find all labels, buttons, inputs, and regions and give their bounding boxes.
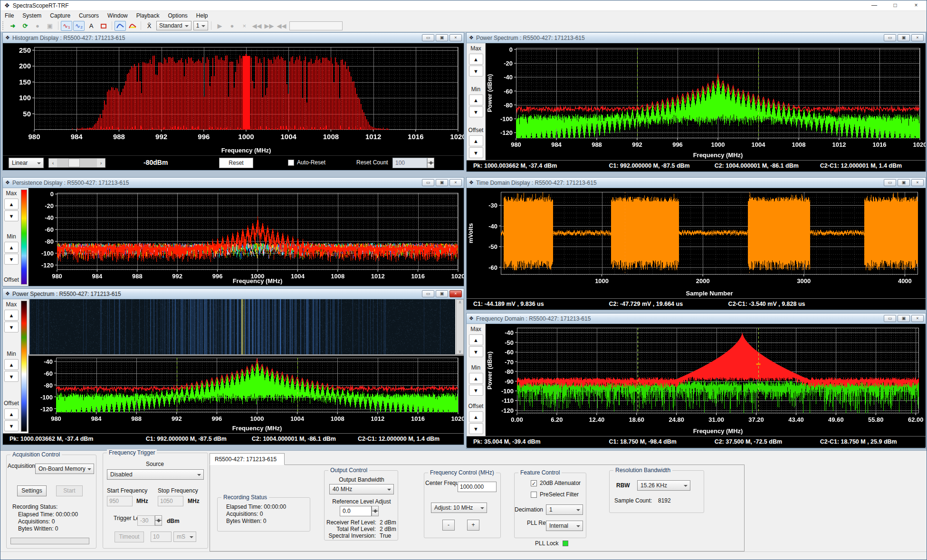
histogram-titlebar[interactable]: ❖ Histogram Display : R5500-427: 171213-… bbox=[3, 33, 464, 43]
spin-up-icon[interactable] bbox=[427, 158, 434, 163]
power-spectrum-titlebar[interactable]: ❖ Power Spectrum : R5500-427: 171213-615… bbox=[467, 33, 926, 43]
step-icon[interactable]: ◀◀ bbox=[276, 21, 287, 31]
frequency-plus-button[interactable]: + bbox=[467, 520, 479, 531]
settings-button[interactable]: Settings bbox=[17, 485, 47, 496]
stop-frequency-field[interactable] bbox=[158, 496, 183, 506]
rbw-dropdown[interactable]: 15.26 KHz bbox=[637, 480, 690, 491]
checkbox-check-icon[interactable]: ✓ bbox=[531, 480, 537, 486]
timeout-button[interactable]: Timeout bbox=[115, 532, 144, 542]
offset-up-button[interactable]: ▲ bbox=[4, 408, 19, 419]
reset-count-spinner[interactable]: 100 bbox=[392, 158, 434, 168]
cursor2-icon[interactable]: ∿₂ bbox=[73, 21, 85, 31]
child-maximize-button[interactable]: ▣ bbox=[436, 179, 448, 186]
time-domain-titlebar[interactable]: ❖ Time Domain Display : R5500-427: 17121… bbox=[467, 178, 926, 188]
start-button[interactable]: Start bbox=[56, 485, 83, 496]
power-spectrum-plot[interactable] bbox=[486, 43, 926, 160]
child-maximize-button[interactable]: ▣ bbox=[436, 290, 448, 297]
record-icon[interactable]: ● bbox=[226, 21, 238, 31]
child-maximize-button[interactable]: ▣ bbox=[898, 34, 910, 41]
playback-file-field[interactable] bbox=[289, 21, 343, 30]
spin-up-icon[interactable] bbox=[372, 506, 379, 511]
offset-down-button[interactable]: ▼ bbox=[4, 420, 19, 431]
child-minimize-button[interactable]: ▭ bbox=[422, 34, 434, 41]
child-minimize-button[interactable]: ▭ bbox=[884, 315, 896, 322]
skip-start-icon[interactable]: ◀◀ bbox=[251, 21, 262, 31]
menu-item-window[interactable]: Window bbox=[103, 11, 132, 20]
output-bandwidth-dropdown[interactable]: 40 MHz bbox=[329, 484, 394, 494]
max-up-button[interactable]: ▲ bbox=[469, 334, 483, 345]
frequency-minus-button[interactable]: - bbox=[442, 520, 455, 531]
profile-dropdown[interactable]: Standard bbox=[156, 21, 191, 30]
min-down-button[interactable]: ▼ bbox=[4, 254, 19, 265]
average-xbar-icon[interactable]: X̄ bbox=[143, 21, 155, 31]
checkbox-box[interactable] bbox=[288, 160, 294, 166]
minimize-button[interactable]: — bbox=[864, 0, 885, 10]
child-minimize-button[interactable]: ▭ bbox=[422, 179, 434, 186]
offset-up-button[interactable]: ▲ bbox=[469, 135, 483, 146]
child-maximize-button[interactable]: ▣ bbox=[436, 34, 448, 41]
maximize-button[interactable]: □ bbox=[885, 0, 906, 10]
max-down-button[interactable]: ▼ bbox=[4, 322, 19, 332]
reset-button[interactable]: Reset bbox=[219, 158, 253, 168]
histogram-plot[interactable] bbox=[3, 43, 464, 155]
persistence-titlebar[interactable]: ❖ Persistence Display : R5500-427: 17121… bbox=[3, 178, 464, 188]
min-up-button[interactable]: ▲ bbox=[4, 359, 19, 370]
menu-item-help[interactable]: Help bbox=[192, 11, 212, 20]
menu-item-playback[interactable]: Playback bbox=[132, 11, 164, 20]
power-spectrum-waterfall-titlebar[interactable]: ❖ Power Spectrum : R5500-427: 171213-615… bbox=[3, 289, 464, 299]
min-down-button[interactable]: ▼ bbox=[4, 371, 19, 382]
zoom-region-icon[interactable] bbox=[98, 21, 109, 31]
max-up-button[interactable]: ▲ bbox=[4, 199, 19, 209]
menu-item-file[interactable]: File bbox=[0, 11, 18, 20]
scroll-up-icon[interactable]: ∧ bbox=[459, 300, 462, 304]
spin-down-icon[interactable] bbox=[427, 163, 434, 168]
scroll-left-icon[interactable]: ‹ bbox=[49, 159, 57, 167]
scroll-thumb[interactable] bbox=[68, 159, 80, 167]
max-down-button[interactable]: ▼ bbox=[469, 66, 483, 76]
autoscale-icon[interactable]: A bbox=[86, 21, 97, 31]
channel-dropdown[interactable]: 1 bbox=[193, 21, 209, 30]
min-down-button[interactable]: ▼ bbox=[469, 385, 483, 396]
level-scrollbar[interactable]: ‹ › bbox=[48, 158, 105, 168]
trigger-source-dropdown[interactable]: Disabled bbox=[107, 469, 204, 480]
cursor1-icon[interactable]: ∿₁ bbox=[61, 21, 72, 31]
spin-up-icon[interactable] bbox=[155, 515, 162, 521]
timeout-unit-dropdown[interactable]: mS bbox=[173, 532, 196, 542]
offset-down-button[interactable]: ▼ bbox=[469, 423, 483, 434]
waterfall-scrollbar[interactable]: ∧ ∨ bbox=[456, 299, 464, 354]
child-close-button[interactable]: × bbox=[449, 179, 462, 186]
power-spectrum-plot[interactable] bbox=[29, 356, 464, 433]
trigger-level-spinner[interactable]: -30 bbox=[137, 515, 162, 526]
timeout-value-field[interactable] bbox=[151, 532, 172, 542]
trace-blue-icon[interactable] bbox=[115, 21, 126, 31]
scale-dropdown[interactable]: Linear bbox=[9, 158, 44, 168]
child-maximize-button[interactable]: ▣ bbox=[898, 179, 910, 186]
offset-down-button[interactable]: ▼ bbox=[469, 147, 483, 158]
waterfall-plot[interactable] bbox=[29, 299, 456, 354]
reference-level-spinner[interactable]: 0.0 bbox=[340, 506, 379, 516]
child-minimize-button[interactable]: ▭ bbox=[422, 290, 434, 297]
frequency-domain-plot[interactable] bbox=[486, 324, 926, 436]
child-minimize-button[interactable]: ▭ bbox=[884, 34, 896, 41]
scroll-down-icon[interactable]: ∨ bbox=[459, 349, 462, 354]
scroll-right-icon[interactable]: › bbox=[97, 159, 105, 167]
child-minimize-button[interactable]: ▭ bbox=[884, 179, 896, 186]
max-up-button[interactable]: ▲ bbox=[469, 54, 483, 65]
stop-icon[interactable]: × bbox=[239, 21, 250, 31]
continuous-run-icon[interactable]: ⟳ bbox=[19, 21, 31, 31]
min-up-button[interactable]: ▲ bbox=[469, 373, 483, 384]
adjust-step-dropdown[interactable]: Adjust: 10 MHz bbox=[431, 503, 487, 513]
run-icon[interactable]: ➜ bbox=[7, 21, 19, 31]
min-up-button[interactable]: ▲ bbox=[4, 242, 19, 253]
menu-item-cursors[interactable]: Cursors bbox=[75, 11, 103, 20]
close-button[interactable]: × bbox=[906, 0, 927, 10]
child-maximize-button[interactable]: ▣ bbox=[898, 315, 910, 322]
offset-up-button[interactable]: ▲ bbox=[469, 411, 483, 422]
max-down-button[interactable]: ▼ bbox=[4, 210, 19, 221]
acquisition-style-dropdown[interactable]: On-Board Memory bbox=[35, 464, 94, 474]
skip-end-icon[interactable]: ▶▶ bbox=[263, 21, 275, 31]
menu-item-options[interactable]: Options bbox=[163, 11, 191, 20]
min-up-button[interactable]: ▲ bbox=[469, 95, 483, 105]
reset-count-value[interactable]: 100 bbox=[392, 158, 427, 168]
center-frequency-field[interactable] bbox=[458, 482, 497, 492]
